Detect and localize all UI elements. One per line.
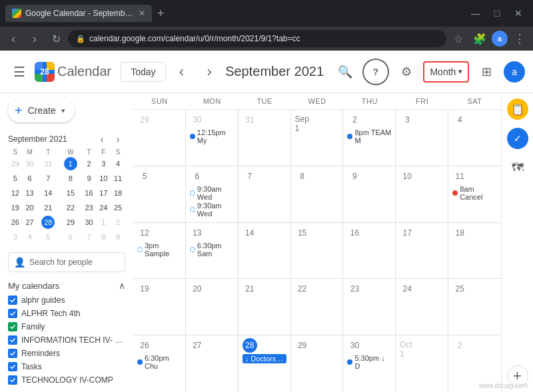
calendar-item[interactable]: Family (8, 320, 125, 333)
calendar-item[interactable]: TECHNOLOGY IV-COMP (8, 373, 125, 387)
cal-cell[interactable]: 16 (343, 223, 396, 279)
cal-cell[interactable]: 12 3pm Sample (133, 223, 186, 279)
mini-cal-day[interactable]: 29 (59, 215, 82, 230)
window-close[interactable]: ✕ (509, 4, 528, 23)
cal-cell[interactable]: 18 (448, 223, 501, 279)
new-tab-button[interactable]: + (155, 4, 167, 23)
cal-cell[interactable]: 22 (291, 279, 344, 335)
mini-cal-day[interactable]: 15 (59, 186, 82, 200)
mini-cal-day[interactable]: 8 (96, 230, 111, 244)
event-row[interactable]: 6:30pm Sam (190, 242, 234, 258)
mini-cal-day[interactable]: 22 (59, 200, 82, 215)
cal-cell[interactable]: 8 (291, 166, 344, 222)
google-apps-button[interactable]: ⊞ (473, 59, 500, 85)
event-row[interactable]: 9:30am Wed (190, 185, 234, 201)
mini-cal-day[interactable]: 4 (23, 230, 37, 244)
cal-cell[interactable]: 30 5:30pm ↓ D (343, 335, 396, 392)
mini-cal-day[interactable]: 4 (111, 156, 125, 171)
bookmark-icon[interactable]: ☆ (449, 29, 468, 48)
mini-cal-day[interactable]: 19 (8, 200, 23, 215)
cal-cell[interactable]: 25 (448, 279, 501, 335)
mini-cal-day-today[interactable]: 1 (59, 156, 82, 171)
mini-cal-day[interactable]: 10 (96, 171, 111, 186)
mini-cal-day[interactable]: 29 (8, 156, 23, 171)
mini-cal-day[interactable]: 20 (23, 200, 37, 215)
settings-button[interactable]: ⚙ (393, 59, 420, 85)
window-maximize[interactable]: □ (488, 4, 506, 23)
cal-cell[interactable]: 14 (239, 223, 291, 279)
cal-cell[interactable]: 7 (239, 166, 291, 222)
cal-cell[interactable]: 10 (396, 166, 448, 222)
cal-cell[interactable]: 17 (396, 223, 448, 279)
cal-cell[interactable]: 31 (239, 110, 291, 166)
mini-cal-day[interactable]: 1 (96, 215, 111, 230)
profile-avatar[interactable]: a (504, 61, 525, 83)
mini-cal-day[interactable]: 5 (37, 230, 60, 244)
mini-cal-day[interactable]: 21 (37, 200, 60, 215)
mini-cal-day[interactable]: 5 (8, 171, 23, 186)
mini-cal-prev[interactable]: ‹ (95, 132, 109, 146)
cal-cell[interactable]: 6 9:30am Wed 9:30am Wed (186, 166, 239, 222)
refresh-button[interactable]: ↻ (47, 29, 65, 48)
event-row[interactable]: 9:30am Wed (190, 202, 234, 218)
calendar-item[interactable]: Tasks (8, 360, 125, 373)
right-sidebar-tasks-icon[interactable]: 📋 (507, 98, 528, 120)
cal-cell[interactable]: 19 (133, 279, 186, 335)
create-button[interactable]: + Create ▾ (8, 98, 75, 122)
help-button[interactable]: ? (362, 59, 389, 85)
mini-cal-day[interactable]: 6 (59, 230, 82, 244)
cal-cell[interactable]: 27 (186, 335, 239, 392)
tab-close-icon[interactable]: ✕ (139, 9, 145, 18)
mini-cal-day[interactable]: 6 (23, 171, 37, 186)
mini-cal-day[interactable]: 31 (37, 156, 60, 171)
cal-cell[interactable]: 13 6:30pm Sam (186, 223, 239, 279)
mini-cal-next[interactable]: › (111, 132, 125, 146)
search-people-input[interactable]: 👤 Search for people (8, 252, 125, 272)
cal-cell-today[interactable]: 28 ↓ Doctors App (239, 335, 291, 392)
cal-cell[interactable]: 15 (291, 223, 344, 279)
cal-cell[interactable]: 23 (343, 279, 396, 335)
mini-cal-day[interactable]: 23 (82, 200, 97, 215)
browser-tab[interactable]: Google Calendar - September 20... ✕ (5, 5, 152, 22)
mini-cal-day[interactable]: 25 (111, 200, 125, 215)
calendar-item[interactable]: alphr guides (8, 294, 125, 307)
mini-cal-day[interactable]: 27 (23, 215, 37, 230)
event-row[interactable]: 5:30pm ↓ D (347, 354, 391, 370)
mini-cal-day[interactable]: 18 (111, 186, 125, 200)
mini-cal-day[interactable]: 14 (37, 186, 60, 200)
right-sidebar-check-icon[interactable]: ✓ (507, 128, 528, 149)
cal-cell[interactable]: 2 8pm TEAM M (343, 110, 396, 166)
view-selector[interactable]: Month ▾ (423, 61, 469, 83)
forward-button[interactable]: › (25, 29, 44, 48)
calendar-item[interactable]: Reminders (8, 347, 125, 360)
mini-cal-day[interactable]: 7 (37, 171, 60, 186)
today-button[interactable]: Today (121, 62, 165, 82)
cal-cell[interactable]: 3 (396, 110, 448, 166)
mini-cal-day[interactable]: 30 (82, 215, 97, 230)
event-row[interactable]: 3pm Sample (137, 242, 181, 258)
cal-cell[interactable]: 20 (186, 279, 239, 335)
mini-cal-day[interactable]: 26 (8, 215, 23, 230)
right-sidebar-maps-icon[interactable]: 🗺 (507, 157, 528, 178)
cal-cell[interactable]: 30 12:15pm My (186, 110, 239, 166)
menu-dots-icon[interactable]: ⋮ (510, 29, 529, 48)
mini-cal-day[interactable]: 2 (111, 215, 125, 230)
mini-cal-day[interactable]: 3 (96, 156, 111, 171)
prev-month-button[interactable]: ‹ (170, 60, 194, 84)
mini-cal-day[interactable]: 13 (23, 186, 37, 200)
extension-puzzle-icon[interactable]: 🧩 (470, 29, 489, 48)
event-row[interactable]: 8pm TEAM M (347, 128, 391, 144)
back-button[interactable]: ‹ (4, 29, 23, 48)
event-chip[interactable]: ↓ Doctors App (243, 354, 286, 363)
cal-cell[interactable]: 26 6:30pm Chu (133, 335, 186, 392)
mini-cal-day[interactable]: 3 (8, 230, 23, 244)
window-minimize[interactable]: — (466, 4, 485, 23)
cal-cell[interactable]: 11 8am Cancel (448, 166, 501, 222)
calendar-item[interactable]: ALPHR Tech 4th (8, 307, 125, 320)
cal-cell[interactable]: Sep 1 (291, 110, 344, 166)
mini-cal-day[interactable]: 30 (23, 156, 37, 171)
cal-cell[interactable]: 9 (343, 166, 396, 222)
mini-cal-day[interactable]: 24 (96, 200, 111, 215)
cal-cell[interactable]: 29 (291, 335, 344, 392)
mini-cal-day[interactable]: 9 (111, 230, 125, 244)
